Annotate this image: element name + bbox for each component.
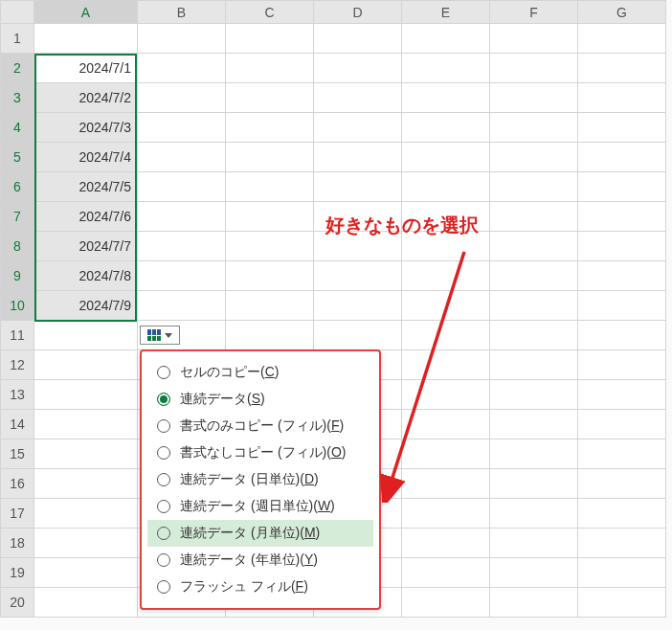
cell[interactable] <box>402 558 490 588</box>
cell[interactable] <box>490 380 578 410</box>
cell[interactable] <box>226 261 314 291</box>
row-header[interactable]: 1 <box>1 24 34 54</box>
cell[interactable] <box>402 54 490 83</box>
cell[interactable] <box>314 172 402 202</box>
cell[interactable]: 2024/7/1 <box>34 54 138 83</box>
cell[interactable] <box>34 529 138 558</box>
cell[interactable] <box>578 499 666 529</box>
cell[interactable] <box>314 113 402 143</box>
cell[interactable] <box>578 202 666 232</box>
cell[interactable] <box>490 558 578 588</box>
cell[interactable] <box>402 113 490 143</box>
cell[interactable] <box>578 529 666 558</box>
cell[interactable] <box>34 350 138 380</box>
autofill-options-menu[interactable]: セルのコピー(C)連続データ(S)書式のみコピー (フィル)(F)書式なしコピー… <box>140 349 381 610</box>
row-header[interactable]: 20 <box>1 588 34 618</box>
cell[interactable] <box>578 54 666 83</box>
cell[interactable] <box>314 83 402 113</box>
cell[interactable] <box>34 24 138 54</box>
cell[interactable] <box>490 143 578 172</box>
cell[interactable] <box>226 143 314 172</box>
autofill-menu-item[interactable]: 連続データ (月単位)(M) <box>147 520 373 547</box>
cell[interactable] <box>578 24 666 54</box>
cell[interactable] <box>402 439 490 469</box>
cell[interactable] <box>226 83 314 113</box>
col-header-C[interactable]: C <box>226 1 314 24</box>
cell[interactable] <box>402 291 490 321</box>
row-header[interactable]: 14 <box>1 410 34 439</box>
cell[interactable]: 2024/7/2 <box>34 83 138 113</box>
cell[interactable] <box>490 54 578 83</box>
cell[interactable] <box>138 83 226 113</box>
cell[interactable] <box>490 24 578 54</box>
cell[interactable]: 2024/7/8 <box>34 261 138 291</box>
cell[interactable] <box>138 291 226 321</box>
cell[interactable] <box>138 172 226 202</box>
autofill-menu-item[interactable]: 連続データ (年単位)(Y) <box>147 547 373 574</box>
cell[interactable] <box>578 558 666 588</box>
row-header[interactable]: 3 <box>1 83 34 113</box>
cell[interactable] <box>226 54 314 83</box>
cell[interactable] <box>490 261 578 291</box>
cell[interactable] <box>226 232 314 261</box>
col-header-B[interactable]: B <box>138 1 226 24</box>
cell[interactable] <box>490 588 578 618</box>
cell[interactable] <box>138 261 226 291</box>
row-header[interactable]: 18 <box>1 529 34 558</box>
cell[interactable] <box>490 172 578 202</box>
row-header[interactable]: 4 <box>1 113 34 143</box>
cell[interactable]: 2024/7/4 <box>34 143 138 172</box>
cell[interactable] <box>578 350 666 380</box>
row-header[interactable]: 17 <box>1 499 34 529</box>
cell[interactable] <box>34 321 138 350</box>
autofill-menu-item[interactable]: フラッシュ フィル(F) <box>147 574 373 600</box>
autofill-menu-item[interactable]: 書式のみコピー (フィル)(F) <box>147 413 373 439</box>
cell[interactable] <box>34 588 138 618</box>
cell[interactable] <box>34 558 138 588</box>
cell[interactable] <box>138 202 226 232</box>
cell[interactable] <box>578 439 666 469</box>
cell[interactable] <box>578 588 666 618</box>
col-header-D[interactable]: D <box>314 1 402 24</box>
cell[interactable] <box>226 291 314 321</box>
cell[interactable] <box>578 321 666 350</box>
row-header[interactable]: 12 <box>1 350 34 380</box>
row-header[interactable]: 6 <box>1 172 34 202</box>
row-header[interactable]: 10 <box>1 291 34 321</box>
cell[interactable]: 2024/7/5 <box>34 172 138 202</box>
cell[interactable] <box>490 113 578 143</box>
cell[interactable] <box>402 24 490 54</box>
cell[interactable]: 2024/7/6 <box>34 202 138 232</box>
cell[interactable] <box>226 113 314 143</box>
cell[interactable] <box>490 439 578 469</box>
cell[interactable] <box>402 499 490 529</box>
col-header-G[interactable]: G <box>578 1 666 24</box>
row-header[interactable]: 16 <box>1 469 34 499</box>
cell[interactable] <box>490 321 578 350</box>
cell[interactable] <box>226 202 314 232</box>
cell[interactable] <box>314 321 402 350</box>
cell[interactable] <box>314 54 402 83</box>
cell[interactable] <box>490 232 578 261</box>
cell[interactable] <box>402 529 490 558</box>
cell[interactable] <box>138 54 226 83</box>
col-header-E[interactable]: E <box>402 1 490 24</box>
row-header[interactable]: 19 <box>1 558 34 588</box>
autofill-menu-item[interactable]: 連続データ(S) <box>147 386 373 413</box>
cell[interactable] <box>578 410 666 439</box>
cell[interactable] <box>34 469 138 499</box>
cell[interactable] <box>138 143 226 172</box>
cell[interactable] <box>402 172 490 202</box>
cell[interactable] <box>402 410 490 439</box>
cell[interactable] <box>34 380 138 410</box>
cell[interactable] <box>402 261 490 291</box>
select-all-corner[interactable] <box>1 1 34 24</box>
cell[interactable] <box>578 469 666 499</box>
row-header[interactable]: 7 <box>1 202 34 232</box>
cell[interactable] <box>490 410 578 439</box>
cell[interactable] <box>490 291 578 321</box>
cell[interactable] <box>314 24 402 54</box>
cell[interactable] <box>402 143 490 172</box>
autofill-menu-item[interactable]: 連続データ (日単位)(D) <box>147 466 373 493</box>
cell[interactable] <box>578 143 666 172</box>
